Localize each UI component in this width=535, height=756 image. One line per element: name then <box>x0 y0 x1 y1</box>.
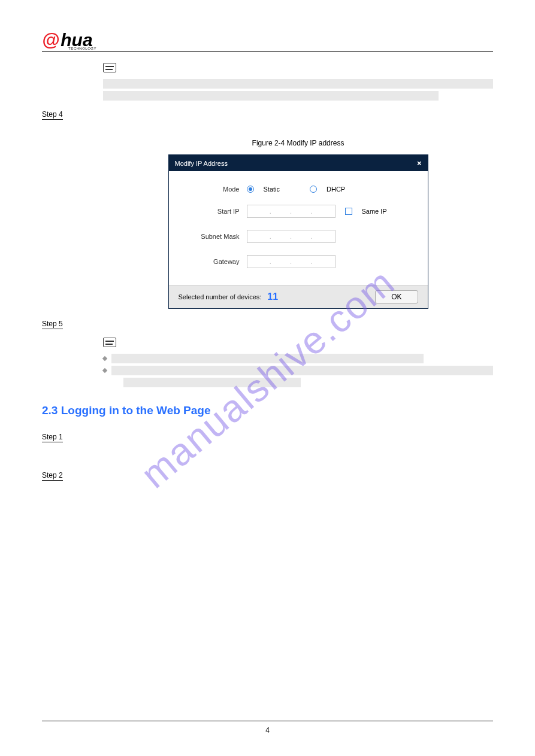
logo-subtext: TECHNOLOGY <box>68 47 493 50</box>
start-ip-input[interactable]: ... <box>247 205 335 218</box>
note-icon <box>103 63 116 72</box>
page-header: @hua TECHNOLOGY <box>42 30 493 52</box>
step2-label: Step 2 <box>42 471 63 481</box>
mode-dhcp-radio[interactable] <box>310 186 317 193</box>
gateway-row: Gateway ... <box>181 255 416 268</box>
redacted-bullet <box>103 354 493 363</box>
page: @hua TECHNOLOGY Step 4 Figure 2-4 Modify… <box>0 0 535 756</box>
same-ip-checkbox[interactable] <box>345 208 352 215</box>
step1-label: Step 1 <box>42 433 63 442</box>
redacted-line <box>103 91 439 101</box>
redacted-line <box>111 366 493 375</box>
bullet-icon <box>102 368 107 373</box>
figure-caption: Figure 2-4 Modify IP address <box>103 139 493 147</box>
same-ip-label: Same IP <box>362 208 387 215</box>
mode-row: Mode Static DHCP <box>181 186 416 193</box>
redacted-bullet <box>103 366 493 375</box>
bullet-icon <box>102 356 107 361</box>
dhcp-label: DHCP <box>327 186 345 193</box>
step4-label: Step 4 <box>42 110 63 120</box>
step5-label: Step 5 <box>42 320 63 329</box>
section-heading: 2.3 Logging in to the Web Page <box>42 404 493 417</box>
mode-label: Mode <box>181 186 247 193</box>
start-ip-row: Start IP ... Same IP <box>181 205 416 218</box>
device-count-value: 11 <box>267 292 278 302</box>
dialog-titlebar: Modify IP Address × <box>169 155 428 171</box>
content-area: Step 4 Figure 2-4 Modify IP address Modi… <box>42 63 493 485</box>
redacted-line <box>103 79 493 89</box>
section-number: 2.3 <box>42 404 58 417</box>
mode-static-radio[interactable] <box>247 186 254 193</box>
logo-mark: @ <box>42 30 59 50</box>
ok-button[interactable]: OK <box>375 290 418 303</box>
gateway-label: Gateway <box>181 258 247 265</box>
close-icon[interactable]: × <box>417 159 422 168</box>
subnet-row: Subnet Mask ... <box>181 230 416 243</box>
dialog-title-text: Modify IP Address <box>175 160 228 167</box>
dialog-footer: Selected number of devices: 11 OK <box>169 285 428 308</box>
subnet-label: Subnet Mask <box>181 233 247 240</box>
note-icon <box>103 338 116 347</box>
device-count-label: Selected number of devices: <box>179 293 262 300</box>
redacted-line <box>111 354 424 363</box>
dialog-body: Mode Static DHCP Start IP <box>169 171 428 285</box>
figure-wrap: Modify IP Address × Mode Static DHCP <box>103 154 493 309</box>
section-title: Logging in to the Web Page <box>61 404 211 417</box>
subnet-input[interactable]: ... <box>247 230 335 243</box>
redacted-line <box>123 378 301 387</box>
page-footer: 4 <box>42 721 493 734</box>
page-number: 4 <box>265 726 270 734</box>
start-ip-label: Start IP <box>181 208 247 215</box>
static-label: Static <box>264 186 280 193</box>
gateway-input[interactable]: ... <box>247 255 335 268</box>
device-count: Selected number of devices: 11 <box>179 292 279 302</box>
modify-ip-dialog: Modify IP Address × Mode Static DHCP <box>168 154 428 309</box>
